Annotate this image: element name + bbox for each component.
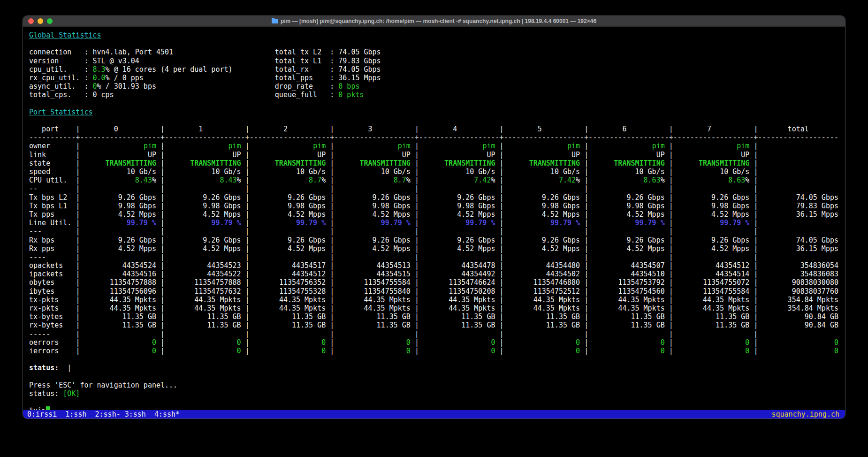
terminal-window: pim — [mosh] pim@squanchy.ipng.ch: /home… [23,15,845,419]
port-table-row: ipackets | 44354516 | 44354522 | 4435451… [25,270,845,278]
port-table-row: rx-pkts | 44.35 Mpkts | 44.35 Mpkts | 44… [25,304,845,312]
port-table-row: --- | | | | | | | | | [25,227,845,236]
terminal-screen[interactable]: Global Statistics connection : hvn4.lab,… [23,27,845,419]
port-table-row: ibytes | 11354756096 | 11354757632 | 113… [25,287,845,296]
port-table-row: Line Util. | 99.79 % | 99.79 % | 99.79 %… [25,219,845,227]
global-stat-row: connection : hvn4.lab, Port 4501 total_t… [25,48,845,56]
global-stat-row: version : STL @ v3.04 total_tx_L1 : 79.8… [25,57,845,65]
terminal-output: Global Statistics connection : hvn4.lab,… [25,31,845,415]
window-titlebar[interactable]: pim — [mosh] pim@squanchy.ipng.ch: /home… [23,16,845,27]
global-statistics-heading: Global Statistics [25,31,845,39]
esc-hint-line: Press 'ESC' for navigation panel... [25,381,845,389]
port-table-row: ierrors | 0 | 0 | 0 | 0 | 0 | 0 | 0 | 0 … [25,347,845,355]
port-table-row: state | TRANSMITTING | TRANSMITTING | TR… [25,159,845,168]
port-table-row: -- | | | | | | | | | [25,184,845,193]
blank-line [25,398,845,406]
port-table-row: oerrors | 0 | 0 | 0 | 0 | 0 | 0 | 0 | 0 … [25,338,845,347]
port-table-row: Rx bps | 9.26 Gbps | 9.26 Gbps | 9.26 Gb… [25,236,845,244]
status-ok-line: status: [OK] [25,389,845,398]
port-table-row: owner | pim | pim | pim | pim | pim | pi… [25,142,845,150]
zoom-button[interactable] [47,18,53,24]
window-title-text: pim — [mosh] pim@squanchy.ipng.ch: /home… [281,18,596,24]
folder-icon [272,19,278,23]
port-table-row: tx-pkts | 44.35 Mpkts | 44.35 Mpkts | 44… [25,296,845,304]
port-table-row: Rx pps | 4.52 Mpps | 4.52 Mpps | 4.52 Mp… [25,244,845,253]
blank-line [25,39,845,48]
port-table-row: ----- | | | | | | | | | [25,330,845,338]
desktop-background: pim — [mosh] pim@squanchy.ipng.ch: /home… [0,0,868,457]
blank-line [25,373,845,381]
port-table-row: rx-bytes | 11.35 GB | 11.35 GB | 11.35 G… [25,321,845,329]
window-title: pim — [mosh] pim@squanchy.ipng.ch: /home… [272,18,596,24]
port-table-row: tx-bytes | 11.35 GB | 11.35 GB | 11.35 G… [25,312,845,321]
global-stat-row: total_cps. : 0 cps queue_full : 0 pkts [25,91,845,99]
minimize-button[interactable] [38,18,43,24]
port-table-row: CPU util. | 8.43% | 8.43% | 8.7% | 8.7% … [25,176,845,184]
port-statistics-heading: Port Statistics [25,108,845,116]
port-table-row: speed | 10 Gb/s | 10 Gb/s | 10 Gb/s | 10… [25,168,845,176]
port-table-row: Tx bps L2 | 9.26 Gbps | 9.26 Gbps | 9.26… [25,193,845,202]
global-stat-row: cpu_util. : 8.3% @ 16 cores (4 per dual … [25,65,845,74]
close-button[interactable] [28,18,34,24]
port-table-row: opackets | 44354524 | 44354523 | 4435451… [25,261,845,270]
blank-line [25,116,845,125]
tmux-hostname: squanchy.ipng.ch [772,410,845,419]
blank-line [25,355,845,364]
port-table-separator: -----------+-------------------+--------… [25,133,845,142]
tmux-window-list[interactable]: 0:irssi 1:ssh 2:ssh- 3:ssh 4:ssh* [23,410,180,419]
port-table-header: port | 0 | 1 | 2 | 3 | 4 | 5 | 6 | 7 | t… [25,125,845,133]
traffic-lights [28,16,53,26]
blank-line [25,99,845,108]
status-spinner-line: status: | [25,364,845,372]
tmux-status-bar: 0:irssi 1:ssh 2:ssh- 3:ssh 4:ssh* squanc… [23,410,845,419]
port-table-row: ---- | | | | | | | | | [25,253,845,261]
port-table-row: link | UP | UP | UP | UP | UP | UP | UP … [25,151,845,159]
port-table-row: Tx pps | 4.52 Mpps | 4.52 Mpps | 4.52 Mp… [25,210,845,219]
port-table-row: Tx bps L1 | 9.98 Gbps | 9.98 Gbps | 9.98… [25,202,845,210]
global-stat-row: rx_cpu_util. : 0.0% / 0 pps total_pps : … [25,74,845,82]
port-table-row: obytes | 11354757888 | 11354757888 | 113… [25,278,845,287]
global-stat-row: async_util. : 0% / 301.93 bps drop_rate … [25,82,845,91]
